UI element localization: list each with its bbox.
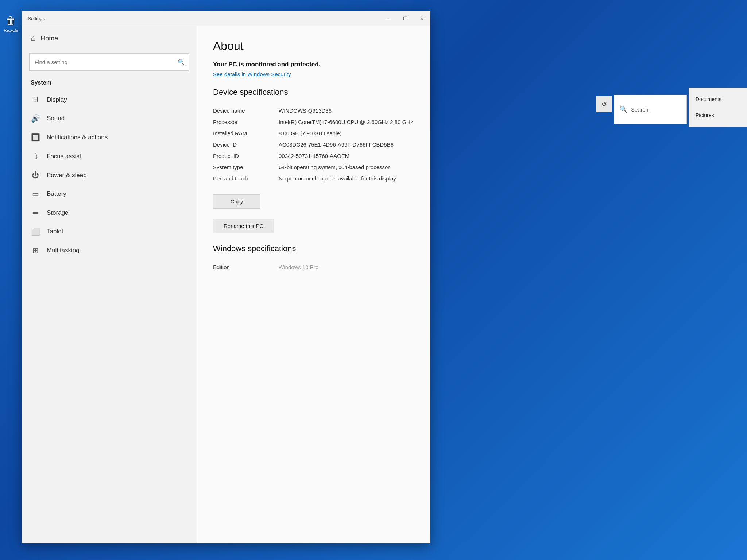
taskbar-search-box: 🔍 Search bbox=[614, 95, 687, 124]
spec-label-device-id: Device ID bbox=[213, 141, 271, 148]
file-explorer-panel: Documents Pictures bbox=[689, 88, 747, 127]
spec-row-processor: Processor Intel(R) Core(TM) i7-6600U CPU… bbox=[213, 116, 414, 128]
display-label: Display bbox=[47, 96, 67, 104]
spec-value-system-type: 64-bit operating system, x64-based proce… bbox=[279, 164, 414, 170]
spec-label-processor: Processor bbox=[213, 119, 271, 125]
spec-row-ram: Installed RAM 8.00 GB (7.90 GB usable) bbox=[213, 128, 414, 139]
battery-icon: ▭ bbox=[31, 190, 40, 198]
main-content: About Your PC is monitored and protected… bbox=[197, 26, 430, 543]
spec-row-system-type: System type 64-bit operating system, x64… bbox=[213, 162, 414, 173]
copy-button[interactable]: Copy bbox=[213, 194, 260, 209]
desktop-icons: 🗑 Recycle bbox=[0, 11, 22, 36]
multitasking-icon: ⊞ bbox=[31, 246, 40, 255]
window-body: ⌂ Home 🔍 System 🖥 Display 🔊 Sound bbox=[22, 26, 430, 543]
documents-item[interactable]: Documents bbox=[689, 91, 747, 107]
spec-row-edition: Edition Windows 10 Pro bbox=[213, 261, 414, 273]
notifications-icon: 🔲 bbox=[31, 133, 40, 142]
sidebar-item-multitasking[interactable]: ⊞ Multitasking bbox=[22, 241, 197, 260]
spec-value-ram: 8.00 GB (7.90 GB usable) bbox=[279, 130, 414, 136]
power-label: Power & sleep bbox=[47, 172, 87, 179]
spec-label-ram: Installed RAM bbox=[213, 130, 271, 136]
minimize-button[interactable]: ─ bbox=[380, 11, 397, 26]
windows-specs-title: Windows specifications bbox=[213, 244, 414, 253]
notifications-label: Notifications & actions bbox=[47, 134, 108, 141]
search-icon[interactable]: 🔍 bbox=[173, 53, 189, 71]
sidebar: ⌂ Home 🔍 System 🖥 Display 🔊 Sound bbox=[22, 26, 197, 543]
search-input[interactable] bbox=[29, 53, 189, 71]
storage-icon: ═ bbox=[31, 209, 40, 217]
window-title: Settings bbox=[28, 16, 45, 21]
home-icon: ⌂ bbox=[31, 34, 35, 43]
spec-label-system-type: System type bbox=[213, 164, 271, 170]
sidebar-item-battery[interactable]: ▭ Battery bbox=[22, 184, 197, 203]
page-title: About bbox=[213, 39, 414, 53]
power-icon: ⏻ bbox=[31, 171, 40, 179]
desktop: 🗑 Recycle Settings ─ ☐ ✕ ⌂ Home bbox=[0, 0, 747, 560]
spec-label-pen-touch: Pen and touch bbox=[213, 175, 271, 182]
recycle-bin-icon[interactable]: 🗑 Recycle bbox=[0, 11, 22, 36]
tablet-icon: ⬜ bbox=[31, 227, 40, 236]
security-link[interactable]: See details in Windows Security bbox=[213, 71, 414, 77]
refresh-button[interactable]: ↺ bbox=[596, 96, 612, 112]
windows-spec-table: Edition Windows 10 Pro bbox=[213, 261, 414, 273]
spec-label-edition: Edition bbox=[213, 264, 271, 270]
spec-label-product-id: Product ID bbox=[213, 153, 271, 159]
taskbar-search-label[interactable]: Search bbox=[631, 106, 649, 113]
spec-value-processor: Intel(R) Core(TM) i7-6600U CPU @ 2.60GHz… bbox=[279, 119, 414, 125]
spec-row-product-id: Product ID 00342-50731-15760-AAOEM bbox=[213, 150, 414, 162]
sidebar-item-notifications[interactable]: 🔲 Notifications & actions bbox=[22, 128, 197, 147]
search-box: 🔍 bbox=[29, 53, 189, 71]
storage-label: Storage bbox=[47, 209, 69, 217]
home-label: Home bbox=[40, 35, 58, 42]
battery-label: Battery bbox=[47, 190, 66, 198]
sidebar-section-system: System bbox=[22, 77, 197, 90]
taskbar-search-icon: 🔍 bbox=[619, 105, 627, 113]
spec-label-device-name: Device name bbox=[213, 108, 271, 114]
spec-row-device-name: Device name WINDOWS-Q913D36 bbox=[213, 105, 414, 116]
settings-window: Settings ─ ☐ ✕ ⌂ Home 🔍 bbox=[22, 11, 430, 543]
title-bar: Settings ─ ☐ ✕ bbox=[22, 11, 430, 26]
close-button[interactable]: ✕ bbox=[414, 11, 430, 26]
spec-table: Device name WINDOWS-Q913D36 Processor In… bbox=[213, 105, 414, 184]
sound-label: Sound bbox=[47, 115, 65, 122]
device-specs-title: Device specifications bbox=[213, 88, 414, 97]
sidebar-item-display[interactable]: 🖥 Display bbox=[22, 90, 197, 109]
spec-row-device-id: Device ID AC03DC26-75E1-4D96-A99F-D766FF… bbox=[213, 139, 414, 150]
display-icon: 🖥 bbox=[31, 96, 40, 104]
tablet-label: Tablet bbox=[47, 228, 63, 235]
spec-value-device-name: WINDOWS-Q913D36 bbox=[279, 108, 414, 114]
sidebar-item-tablet[interactable]: ⬜ Tablet bbox=[22, 222, 197, 241]
sidebar-item-sound[interactable]: 🔊 Sound bbox=[22, 109, 197, 128]
restore-button[interactable]: ☐ bbox=[397, 11, 414, 26]
sidebar-home[interactable]: ⌂ Home bbox=[22, 26, 197, 50]
sidebar-item-storage[interactable]: ═ Storage bbox=[22, 203, 197, 222]
protection-notice: Your PC is monitored and protected. bbox=[213, 61, 414, 68]
focus-label: Focus assist bbox=[47, 153, 81, 160]
spec-value-device-id: AC03DC26-75E1-4D96-A99F-D766FFCBD5B6 bbox=[279, 141, 414, 148]
title-bar-buttons: ─ ☐ ✕ bbox=[380, 11, 430, 26]
spec-value-edition: Windows 10 Pro bbox=[279, 264, 414, 270]
rename-pc-button[interactable]: Rename this PC bbox=[213, 219, 274, 233]
focus-icon: ☽ bbox=[31, 152, 40, 161]
spec-value-pen-touch: No pen or touch input is available for t… bbox=[279, 175, 414, 182]
sidebar-item-power[interactable]: ⏻ Power & sleep bbox=[22, 166, 197, 184]
spec-value-product-id: 00342-50731-15760-AAOEM bbox=[279, 153, 414, 159]
multitasking-label: Multitasking bbox=[47, 247, 80, 254]
pictures-item[interactable]: Pictures bbox=[689, 107, 747, 123]
sound-icon: 🔊 bbox=[31, 114, 40, 123]
spec-row-pen-touch: Pen and touch No pen or touch input is a… bbox=[213, 173, 414, 184]
sidebar-item-focus[interactable]: ☽ Focus assist bbox=[22, 147, 197, 166]
